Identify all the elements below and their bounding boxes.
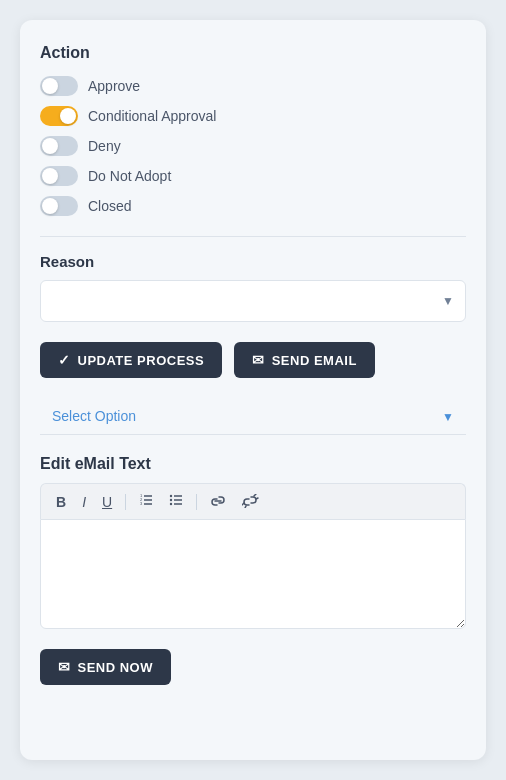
unlink-button[interactable] (237, 492, 265, 512)
toggle-knob-closed (42, 198, 58, 214)
send-email-button[interactable]: ✉ SEND EMAIL (234, 342, 375, 378)
reason-section: Reason ▼ (40, 253, 466, 322)
toggle-closed[interactable] (40, 196, 78, 216)
reason-select[interactable] (40, 280, 466, 322)
update-process-button[interactable]: ✓ UPDATE PROCESS (40, 342, 222, 378)
send-now-row: ✉ SEND NOW (40, 649, 466, 685)
send-envelope-icon: ✉ (58, 659, 71, 675)
update-process-label: UPDATE PROCESS (78, 353, 205, 368)
send-now-button[interactable]: ✉ SEND NOW (40, 649, 171, 685)
edit-email-title: Edit eMail Text (40, 455, 466, 473)
svg-point-9 (170, 495, 172, 497)
toggle-approve[interactable] (40, 76, 78, 96)
reason-title: Reason (40, 253, 466, 270)
toggle-row-conditional: Conditional Approval (40, 106, 466, 126)
toolbar-divider-2 (196, 494, 197, 510)
toggle-knob-deny (42, 138, 58, 154)
toggle-label-deny: Deny (88, 138, 121, 154)
link-button[interactable] (205, 492, 231, 512)
main-card: Action Approve Conditional Approval Deny (20, 20, 486, 760)
unlink-icon (242, 494, 260, 508)
svg-line-14 (242, 503, 244, 505)
toggle-deny[interactable] (40, 136, 78, 156)
check-icon: ✓ (58, 352, 71, 368)
italic-button[interactable]: I (77, 493, 91, 511)
svg-line-13 (256, 498, 258, 499)
action-section: Action Approve Conditional Approval Deny (40, 44, 466, 216)
edit-email-section: Edit eMail Text B I U 123 (40, 455, 466, 633)
toolbar-divider-1 (125, 494, 126, 510)
editor-toolbar: B I U 123 (40, 483, 466, 519)
toggle-label-approve: Approve (88, 78, 140, 94)
toggle-group: Approve Conditional Approval Deny Do Not… (40, 76, 466, 216)
ordered-list-button[interactable]: 123 (134, 491, 158, 512)
toggle-row-approve: Approve (40, 76, 466, 96)
bold-button[interactable]: B (51, 493, 71, 511)
svg-point-11 (170, 503, 172, 505)
select-option-wrapper: Select Option ▼ (40, 398, 466, 435)
underline-button[interactable]: U (97, 493, 117, 511)
action-button-row: ✓ UPDATE PROCESS ✉ SEND EMAIL (40, 342, 466, 378)
ordered-list-icon: 123 (139, 493, 153, 507)
select-option-row: Select Option ▼ (40, 398, 466, 435)
divider-1 (40, 236, 466, 237)
envelope-icon: ✉ (252, 352, 265, 368)
svg-point-10 (170, 499, 172, 501)
toggle-knob-do-not-adopt (42, 168, 58, 184)
toggle-row-do-not-adopt: Do Not Adopt (40, 166, 466, 186)
svg-line-15 (245, 506, 246, 508)
unordered-list-icon (169, 493, 183, 507)
toggle-row-closed: Closed (40, 196, 466, 216)
svg-text:3: 3 (140, 501, 143, 506)
toggle-knob-approve (42, 78, 58, 94)
link-icon (210, 494, 226, 508)
send-email-label: SEND EMAIL (272, 353, 357, 368)
toggle-conditional-approval[interactable] (40, 106, 78, 126)
toggle-label-conditional: Conditional Approval (88, 108, 216, 124)
toggle-row-deny: Deny (40, 136, 466, 156)
svg-line-12 (254, 494, 256, 496)
unordered-list-button[interactable] (164, 491, 188, 512)
toggle-label-do-not-adopt: Do Not Adopt (88, 168, 171, 184)
action-title: Action (40, 44, 466, 62)
email-editor[interactable] (40, 519, 466, 629)
select-option-dropdown[interactable]: Select Option (40, 398, 466, 435)
toggle-knob-conditional (60, 108, 76, 124)
toggle-label-closed: Closed (88, 198, 132, 214)
send-now-label: SEND NOW (78, 660, 154, 675)
toggle-do-not-adopt[interactable] (40, 166, 78, 186)
reason-select-wrapper: ▼ (40, 280, 466, 322)
